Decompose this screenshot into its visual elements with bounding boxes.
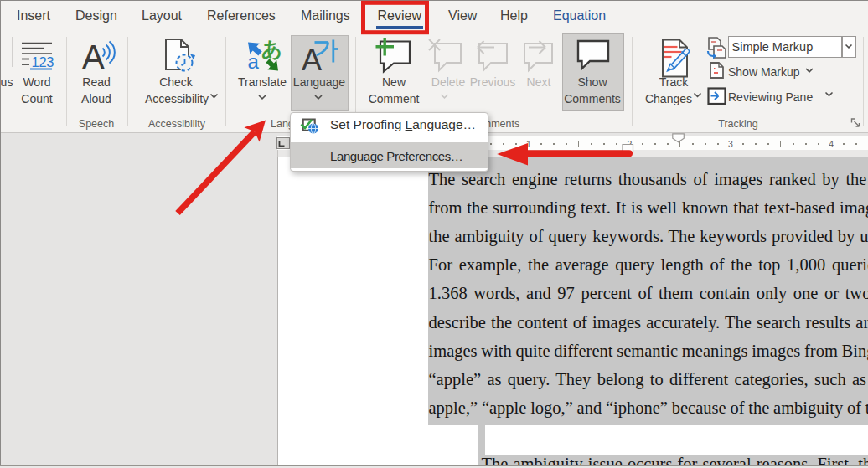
svg-text:A: A [82,39,105,75]
svg-text:123: 123 [32,54,54,69]
svg-text:a: a [248,50,260,73]
svg-text:あ: あ [261,38,282,60]
